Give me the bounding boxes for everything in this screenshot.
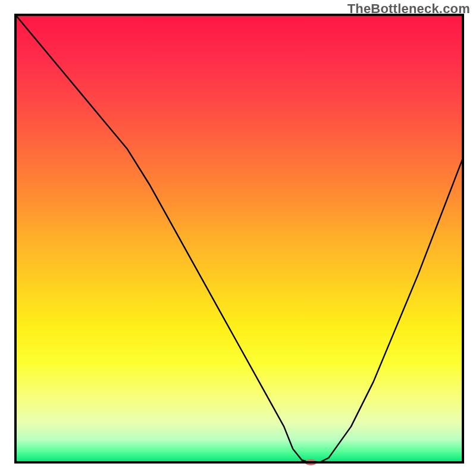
- gradient-background: [15, 15, 463, 462]
- bottleneck-chart: TheBottleneck.com: [0, 0, 476, 476]
- watermark-label: TheBottleneck.com: [347, 1, 470, 17]
- chart-svg: [0, 0, 476, 476]
